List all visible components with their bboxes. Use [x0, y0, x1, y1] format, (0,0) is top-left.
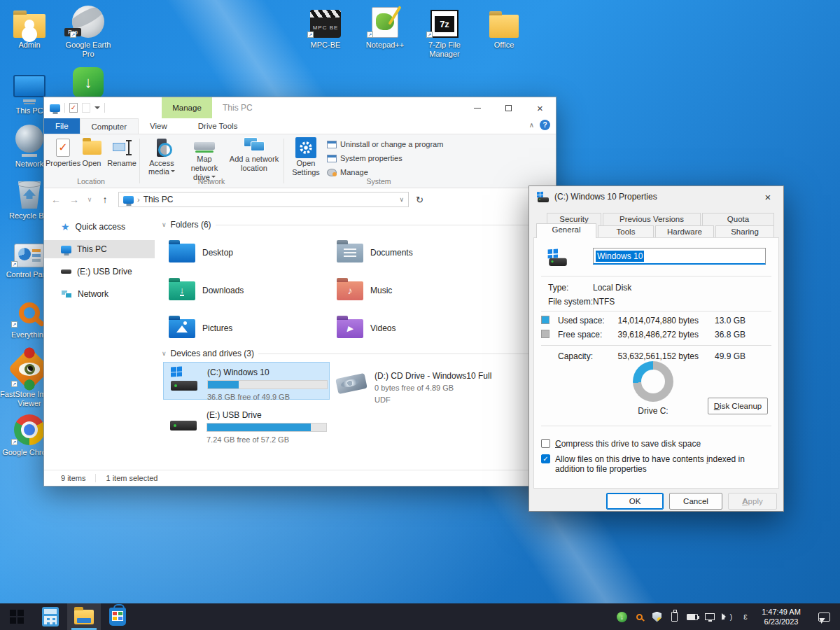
properties-qat-icon[interactable]: ✓: [69, 103, 78, 113]
ribbon-properties-button[interactable]: ✓ Properties: [46, 136, 80, 167]
tray-security-shield-icon[interactable]: [648, 603, 666, 630]
customize-qat-icon[interactable]: [94, 106, 100, 112]
tab-file[interactable]: File: [44, 118, 80, 134]
tab-quota[interactable]: Quota: [702, 213, 774, 225]
ribbon-uninstall-button[interactable]: Uninstall or change a program: [327, 140, 443, 148]
index-checkbox[interactable]: ✓: [541, 454, 550, 463]
explorer-titlebar[interactable]: ✓ Manage This PC ×: [44, 97, 556, 118]
this-pc-icon: [50, 104, 60, 112]
desktop-icon-7zip[interactable]: 7z ↗ 7-Zip File Manager: [415, 4, 474, 59]
desktop-icon-label: Google Earth Pro: [59, 41, 118, 59]
free-space-label: Free space:: [558, 330, 602, 340]
drive-item-e[interactable]: (E:) USB Drive 7.24 GB free of 57.2 GB: [163, 405, 330, 443]
desktop-icon-google-earth[interactable]: Pro ↗ Google Earth Pro: [59, 4, 118, 59]
drive-item-c[interactable]: (C:) Windows 10 36.8 GB free of 49.9 GB: [163, 362, 330, 400]
refresh-icon[interactable]: ↻: [416, 195, 424, 205]
close-button[interactable]: ×: [524, 97, 556, 118]
folder-item-desktop[interactable]: Desktop: [163, 237, 330, 268]
tray-usb-icon[interactable]: [666, 603, 683, 630]
up-icon[interactable]: ↑: [96, 194, 114, 205]
desktop-icon-idm[interactable]: ↓: [67, 64, 109, 98]
new-folder-qat-icon[interactable]: [82, 103, 90, 113]
tray-network-icon[interactable]: [701, 603, 718, 630]
type-label: Type:: [548, 283, 568, 293]
help-icon[interactable]: ?: [540, 120, 550, 130]
back-icon[interactable]: ←: [47, 194, 65, 205]
devices-group-header[interactable]: ∨ Devices and drives (3): [162, 348, 542, 359]
ok-button[interactable]: OK: [606, 493, 664, 510]
taskbar-clock[interactable]: 1:47:49 AM 6/23/2023: [755, 607, 807, 626]
tray-battery-icon[interactable]: [683, 603, 701, 630]
breadcrumb[interactable]: › This PC ∨: [118, 192, 409, 207]
forward-icon[interactable]: →: [65, 194, 83, 205]
manage-contextual-tab[interactable]: Manage: [162, 97, 212, 118]
documents-folder-icon: [337, 244, 363, 262]
ribbon-open-settings-button[interactable]: Open Settings: [288, 136, 324, 177]
apply-button[interactable]: AApply: [728, 493, 777, 510]
recent-locations-icon[interactable]: ∨: [83, 196, 96, 203]
chrome-icon: [14, 414, 45, 445]
dialog-titlebar[interactable]: (C:) Windows 10 Properties: [529, 186, 783, 207]
ribbon-manage-button[interactable]: Manage: [327, 168, 368, 176]
tab-sharing[interactable]: Sharing: [715, 225, 774, 238]
folder-item-music[interactable]: ♪ Music: [331, 275, 498, 306]
ribbon-system-properties-button[interactable]: System properties: [327, 154, 402, 162]
desktop-icon-admin[interactable]: Admin: [0, 4, 59, 50]
taskbar-file-explorer-button[interactable]: [67, 603, 101, 630]
compress-checkbox[interactable]: [541, 439, 550, 448]
minimize-button[interactable]: [461, 97, 493, 118]
tray-volume-icon[interactable]: ): [718, 603, 736, 630]
tab-computer[interactable]: Computer: [80, 118, 139, 134]
ribbon-map-network-drive-button[interactable]: Map network drive: [183, 136, 226, 182]
calculator-icon: [42, 607, 59, 626]
desktop-icon-notepadpp[interactable]: ↗ Notepad++: [356, 4, 414, 50]
drive-item-d[interactable]: (D:) CD Drive - Windows10 Full 0 bytes f…: [331, 366, 498, 404]
dialog-close-button[interactable]: ×: [752, 186, 783, 207]
cancel-button[interactable]: Cancel: [669, 493, 722, 510]
sidebar-item-network[interactable]: Network: [44, 285, 155, 303]
tab-general[interactable]: General: [536, 223, 596, 238]
language-indicator[interactable]: ε: [736, 612, 755, 622]
ribbon-open-button[interactable]: Open: [78, 136, 106, 167]
tab-previous-versions[interactable]: Previous Versions: [603, 213, 701, 225]
tab-drive-tools[interactable]: Drive Tools: [187, 118, 249, 134]
address-dropdown-icon[interactable]: ∨: [399, 196, 404, 203]
ribbon-add-network-location-button[interactable]: Add a network location: [227, 136, 281, 173]
ribbon-access-media-button[interactable]: Access media: [142, 136, 181, 176]
start-button[interactable]: [0, 603, 34, 630]
taskbar-store-button[interactable]: [101, 603, 134, 630]
clock-date: 6/23/2023: [755, 617, 807, 626]
folder-item-videos[interactable]: ▶ Videos: [331, 313, 498, 344]
folders-group-header[interactable]: ∨ Folders (6): [162, 219, 542, 230]
maximize-button[interactable]: [493, 97, 524, 118]
sidebar-item-quick-access[interactable]: ★ Quick access: [44, 218, 155, 236]
collapse-chevron-icon[interactable]: ∨: [162, 350, 167, 357]
add-network-location-icon: [244, 137, 265, 154]
folder-item-documents[interactable]: Documents: [331, 237, 498, 268]
tab-hardware[interactable]: Hardware: [655, 225, 714, 238]
action-center-icon[interactable]: [818, 612, 830, 622]
selected-count: 1 item selected: [106, 474, 158, 482]
folder-item-pictures[interactable]: Pictures: [163, 313, 330, 344]
tab-view[interactable]: View: [139, 118, 178, 134]
folder-item-downloads[interactable]: ↓ Downloads: [163, 275, 330, 306]
minimize-ribbon-icon[interactable]: ∧: [529, 121, 534, 129]
breadcrumb-this-pc[interactable]: This PC: [144, 195, 174, 204]
desktop-icon-office[interactable]: Office: [475, 4, 533, 50]
ribbon-rename-button[interactable]: Rename: [106, 136, 138, 167]
taskbar-calculator-button[interactable]: [34, 603, 67, 630]
collapse-chevron-icon[interactable]: ∨: [162, 221, 167, 228]
sidebar-item-usb-drive[interactable]: (E:) USB Drive: [44, 262, 155, 281]
disk-cleanup-button[interactable]: Disk Cleanup: [708, 398, 768, 414]
tray-idm-icon[interactable]: ↓: [613, 603, 631, 630]
idm-icon: ↓: [73, 67, 104, 98]
sidebar-item-this-pc[interactable]: This PC: [44, 240, 155, 258]
tab-tools[interactable]: Tools: [598, 225, 654, 238]
desktop-icon-mpc-be[interactable]: MPC BE ↗ MPC-BE: [296, 4, 355, 50]
tray-everything-icon[interactable]: [631, 603, 648, 630]
map-network-drive-icon: [194, 142, 215, 150]
volume-label-input[interactable]: Windows 10: [593, 248, 766, 265]
network-icon: [15, 125, 43, 153]
used-space-swatch: [541, 316, 550, 324]
navigation-pane: ★ Quick access This PC (E:) USB Drive Ne…: [44, 211, 155, 470]
